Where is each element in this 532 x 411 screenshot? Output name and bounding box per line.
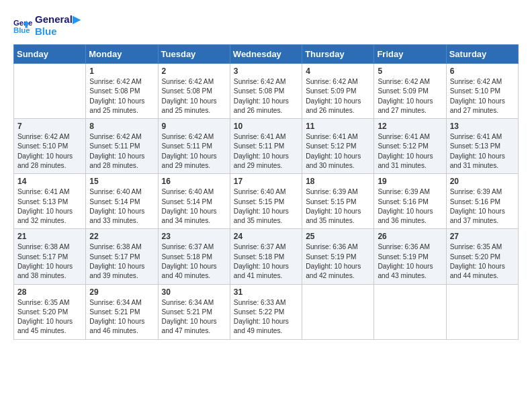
- calendar-cell: 14Sunrise: 6:41 AM Sunset: 5:13 PM Dayli…: [14, 174, 86, 229]
- cell-content: Sunrise: 6:41 AM Sunset: 5:12 PM Dayligh…: [306, 132, 370, 171]
- calendar-table: SundayMondayTuesdayWednesdayThursdayFrid…: [13, 44, 519, 340]
- cell-content: Sunrise: 6:42 AM Sunset: 5:09 PM Dayligh…: [306, 77, 370, 116]
- calendar-cell: [14, 64, 86, 119]
- cell-content: Sunrise: 6:42 AM Sunset: 5:10 PM Dayligh…: [17, 132, 82, 171]
- day-number: 26: [378, 232, 442, 241]
- day-number: 3: [234, 66, 298, 76]
- calendar-cell: 8Sunrise: 6:42 AM Sunset: 5:11 PM Daylig…: [86, 119, 158, 174]
- cell-content: Sunrise: 6:42 AM Sunset: 5:09 PM Dayligh…: [378, 77, 442, 116]
- day-number: 14: [17, 177, 82, 186]
- day-number: 21: [17, 232, 82, 241]
- day-number: 29: [89, 287, 154, 297]
- calendar-cell: 25Sunrise: 6:36 AM Sunset: 5:19 PM Dayli…: [302, 229, 374, 284]
- cell-content: Sunrise: 6:41 AM Sunset: 5:12 PM Dayligh…: [378, 132, 442, 171]
- calendar-cell: 6Sunrise: 6:42 AM Sunset: 5:10 PM Daylig…: [446, 64, 518, 119]
- calendar-cell: 18Sunrise: 6:39 AM Sunset: 5:15 PM Dayli…: [302, 174, 374, 229]
- day-number: 31: [234, 287, 298, 297]
- weekday-header-monday: Monday: [86, 45, 158, 64]
- day-number: 24: [234, 232, 298, 241]
- cell-content: Sunrise: 6:42 AM Sunset: 5:08 PM Dayligh…: [162, 77, 226, 116]
- weekday-header-friday: Friday: [374, 45, 446, 64]
- day-number: 27: [450, 232, 515, 241]
- calendar-cell: 30Sunrise: 6:34 AM Sunset: 5:21 PM Dayli…: [158, 284, 230, 339]
- calendar-cell: 5Sunrise: 6:42 AM Sunset: 5:09 PM Daylig…: [374, 64, 446, 119]
- cell-content: Sunrise: 6:40 AM Sunset: 5:15 PM Dayligh…: [234, 187, 298, 226]
- calendar-week-row: 7Sunrise: 6:42 AM Sunset: 5:10 PM Daylig…: [14, 119, 519, 174]
- cell-content: Sunrise: 6:40 AM Sunset: 5:14 PM Dayligh…: [89, 187, 154, 226]
- calendar-cell: 2Sunrise: 6:42 AM Sunset: 5:08 PM Daylig…: [158, 64, 230, 119]
- day-number: 20: [450, 177, 515, 186]
- day-number: 5: [378, 66, 442, 76]
- calendar-week-row: 1Sunrise: 6:42 AM Sunset: 5:08 PM Daylig…: [14, 64, 519, 119]
- calendar-cell: 27Sunrise: 6:35 AM Sunset: 5:20 PM Dayli…: [446, 229, 518, 284]
- calendar-cell: 4Sunrise: 6:42 AM Sunset: 5:09 PM Daylig…: [302, 64, 374, 119]
- day-number: 23: [162, 232, 226, 241]
- calendar-header-row: SundayMondayTuesdayWednesdayThursdayFrid…: [14, 45, 519, 64]
- day-number: 6: [450, 66, 515, 76]
- cell-content: Sunrise: 6:41 AM Sunset: 5:11 PM Dayligh…: [234, 132, 298, 171]
- calendar-week-row: 28Sunrise: 6:35 AM Sunset: 5:20 PM Dayli…: [14, 284, 519, 339]
- calendar-cell: 15Sunrise: 6:40 AM Sunset: 5:14 PM Dayli…: [86, 174, 158, 229]
- calendar-cell: [446, 284, 518, 339]
- day-number: 9: [162, 122, 226, 131]
- calendar-cell: 17Sunrise: 6:40 AM Sunset: 5:15 PM Dayli…: [230, 174, 302, 229]
- cell-content: Sunrise: 6:33 AM Sunset: 5:22 PM Dayligh…: [234, 298, 298, 336]
- day-number: 19: [378, 177, 442, 186]
- cell-content: Sunrise: 6:38 AM Sunset: 5:17 PM Dayligh…: [17, 242, 82, 281]
- day-number: 2: [162, 66, 226, 76]
- cell-content: Sunrise: 6:36 AM Sunset: 5:19 PM Dayligh…: [306, 242, 370, 281]
- calendar-cell: 26Sunrise: 6:36 AM Sunset: 5:19 PM Dayli…: [374, 229, 446, 284]
- day-number: 17: [234, 177, 298, 186]
- day-number: 12: [378, 122, 442, 131]
- day-number: 30: [162, 287, 226, 297]
- calendar-cell: 24Sunrise: 6:37 AM Sunset: 5:18 PM Dayli…: [230, 229, 302, 284]
- cell-content: Sunrise: 6:35 AM Sunset: 5:20 PM Dayligh…: [17, 298, 82, 336]
- calendar-cell: 13Sunrise: 6:41 AM Sunset: 5:13 PM Dayli…: [446, 119, 518, 174]
- calendar-cell: [374, 284, 446, 339]
- day-number: 16: [162, 177, 226, 186]
- weekday-header-tuesday: Tuesday: [158, 45, 230, 64]
- calendar-cell: 7Sunrise: 6:42 AM Sunset: 5:10 PM Daylig…: [14, 119, 86, 174]
- calendar-cell: 22Sunrise: 6:38 AM Sunset: 5:17 PM Dayli…: [86, 229, 158, 284]
- calendar-week-row: 21Sunrise: 6:38 AM Sunset: 5:17 PM Dayli…: [14, 229, 519, 284]
- calendar-cell: 9Sunrise: 6:42 AM Sunset: 5:11 PM Daylig…: [158, 119, 230, 174]
- weekday-header-sunday: Sunday: [14, 45, 86, 64]
- cell-content: Sunrise: 6:42 AM Sunset: 5:11 PM Dayligh…: [89, 132, 154, 171]
- cell-content: Sunrise: 6:42 AM Sunset: 5:08 PM Dayligh…: [234, 77, 298, 116]
- calendar-cell: 3Sunrise: 6:42 AM Sunset: 5:08 PM Daylig…: [230, 64, 302, 119]
- cell-content: Sunrise: 6:39 AM Sunset: 5:15 PM Dayligh…: [306, 187, 370, 226]
- day-number: 11: [306, 122, 370, 131]
- calendar-cell: 20Sunrise: 6:39 AM Sunset: 5:16 PM Dayli…: [446, 174, 518, 229]
- cell-content: Sunrise: 6:38 AM Sunset: 5:17 PM Dayligh…: [89, 242, 154, 281]
- day-number: 10: [234, 122, 298, 131]
- logo-blue: Blue: [35, 26, 81, 38]
- calendar-cell: 28Sunrise: 6:35 AM Sunset: 5:20 PM Dayli…: [14, 284, 86, 339]
- calendar-cell: 11Sunrise: 6:41 AM Sunset: 5:12 PM Dayli…: [302, 119, 374, 174]
- calendar-cell: 31Sunrise: 6:33 AM Sunset: 5:22 PM Dayli…: [230, 284, 302, 339]
- cell-content: Sunrise: 6:34 AM Sunset: 5:21 PM Dayligh…: [89, 298, 154, 336]
- logo-general: General▶: [35, 13, 81, 26]
- cell-content: Sunrise: 6:37 AM Sunset: 5:18 PM Dayligh…: [162, 242, 226, 281]
- logo: General Blue General▶ Blue: [13, 13, 81, 38]
- logo-icon: General Blue: [13, 16, 32, 35]
- day-number: 4: [306, 66, 370, 76]
- day-number: 18: [306, 177, 370, 186]
- calendar-cell: 19Sunrise: 6:39 AM Sunset: 5:16 PM Dayli…: [374, 174, 446, 229]
- day-number: 7: [17, 122, 82, 131]
- calendar-cell: 23Sunrise: 6:37 AM Sunset: 5:18 PM Dayli…: [158, 229, 230, 284]
- calendar-cell: 29Sunrise: 6:34 AM Sunset: 5:21 PM Dayli…: [86, 284, 158, 339]
- weekday-header-saturday: Saturday: [446, 45, 518, 64]
- cell-content: Sunrise: 6:41 AM Sunset: 5:13 PM Dayligh…: [17, 187, 82, 226]
- calendar-cell: [302, 284, 374, 339]
- day-number: 8: [89, 122, 154, 131]
- day-number: 15: [89, 177, 154, 186]
- cell-content: Sunrise: 6:39 AM Sunset: 5:16 PM Dayligh…: [450, 187, 515, 226]
- calendar-cell: 10Sunrise: 6:41 AM Sunset: 5:11 PM Dayli…: [230, 119, 302, 174]
- cell-content: Sunrise: 6:39 AM Sunset: 5:16 PM Dayligh…: [378, 187, 442, 226]
- day-number: 22: [89, 232, 154, 241]
- cell-content: Sunrise: 6:42 AM Sunset: 5:08 PM Dayligh…: [89, 77, 154, 116]
- day-number: 25: [306, 232, 370, 241]
- day-number: 13: [450, 122, 515, 131]
- cell-content: Sunrise: 6:42 AM Sunset: 5:10 PM Dayligh…: [450, 77, 515, 116]
- cell-content: Sunrise: 6:40 AM Sunset: 5:14 PM Dayligh…: [162, 187, 226, 226]
